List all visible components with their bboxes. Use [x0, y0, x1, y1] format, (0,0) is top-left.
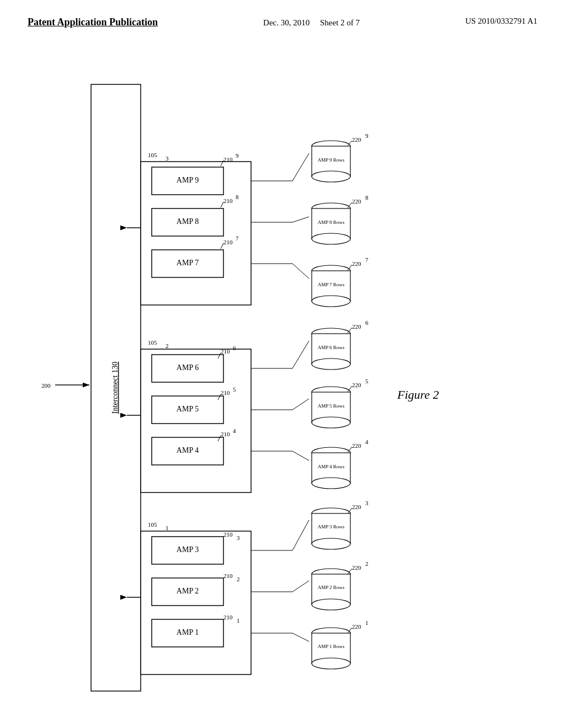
- cyl6-label: AMP 6 Rows: [318, 345, 345, 350]
- sheet-label: Sheet 2 of 7: [320, 18, 360, 27]
- cyl7-bottom: [312, 296, 350, 307]
- amp2-label: AMP 2: [177, 587, 199, 595]
- patent-number: US 2010/0332791 A1: [465, 17, 537, 26]
- figure-label: Figure 2: [397, 388, 439, 402]
- main-label: 200: [41, 382, 51, 389]
- amp3-id: 210: [223, 531, 233, 538]
- amp1-id: 210: [223, 614, 233, 620]
- cyl8-id: 220: [352, 198, 361, 205]
- amp2-id-sub: 2: [237, 576, 240, 582]
- group3-bracket-sub: 3: [166, 155, 169, 162]
- amp8-id-sub: 8: [236, 194, 239, 200]
- amp6-id-sub: 6: [233, 345, 236, 351]
- cyl4-bottom: [312, 478, 350, 489]
- group3-bracket-label: 105: [148, 152, 157, 158]
- amp3-line2: [292, 520, 309, 550]
- cyl4-label: AMP 4 Rows: [318, 464, 345, 469]
- amp5-id-sub: 5: [233, 386, 236, 393]
- cyl6-bottom: [312, 358, 350, 370]
- amp4-line2: [292, 451, 309, 461]
- cyl1-label: AMP 1 Rows: [318, 644, 345, 649]
- amp3-label: AMP 3: [177, 545, 199, 554]
- amp9-label: AMP 9: [177, 176, 199, 184]
- cyl9-id: 220: [352, 136, 361, 143]
- amp2-line2: [292, 581, 309, 592]
- cyl9-bottom: [312, 171, 350, 182]
- cyl3-id-sub: 3: [365, 500, 369, 506]
- cyl9-label: AMP 9 Rows: [318, 157, 345, 163]
- cyl8-bottom: [312, 233, 350, 244]
- cyl3-id: 220: [352, 504, 361, 510]
- diagram-svg: Interconnect 130 200 105 1 AMP 3 210 3 A…: [0, 40, 565, 719]
- amp4-label: AMP 4: [177, 446, 199, 454]
- amp8-line2: [292, 217, 309, 222]
- cyl2-bottom: [312, 599, 350, 610]
- amp8-label: AMP 8: [177, 217, 199, 226]
- cyl7-id: 220: [352, 260, 361, 267]
- page-header: Patent Application Publication Dec. 30, …: [0, 0, 565, 35]
- cyl3-bottom: [312, 538, 350, 549]
- cyl2-label: AMP 2 Rows: [318, 585, 345, 590]
- amp5-line2: [292, 399, 309, 410]
- cyl7-id-sub: 7: [365, 256, 369, 263]
- amp9-line2: [292, 153, 309, 181]
- amp2-id: 210: [223, 572, 233, 579]
- cyl1-id: 220: [352, 623, 361, 630]
- amp9-id: 210: [223, 156, 233, 163]
- cyl1-id-sub: 1: [365, 619, 369, 626]
- cyl5-label: AMP 5 Rows: [318, 403, 345, 409]
- amp4-id: 210: [221, 431, 230, 437]
- publication-label: Patent Application Publication: [28, 17, 158, 28]
- cyl4-id: 220: [352, 442, 361, 449]
- cyl8-label: AMP 8 Rows: [318, 220, 345, 225]
- group1-bracket-sub: 1: [166, 524, 169, 531]
- cyl3-label: AMP 3 Rows: [318, 524, 345, 529]
- cyl5-id-sub: 5: [365, 378, 369, 384]
- date-sheet-info: Dec. 30, 2010 Sheet 2 of 7: [263, 17, 360, 29]
- diagram-area: Interconnect 130 200 105 1 AMP 3 210 3 A…: [0, 40, 565, 719]
- cyl7-label: AMP 7 Rows: [318, 282, 345, 287]
- cyl2-id-sub: 2: [365, 560, 369, 567]
- amp8-id: 210: [223, 197, 233, 204]
- cyl1-bottom: [312, 658, 350, 669]
- amp4-id-sub: 4: [233, 427, 236, 434]
- cyl8-id-sub: 8: [365, 194, 369, 201]
- amp7-line2: [292, 264, 309, 279]
- amp6-line2: [292, 341, 309, 368]
- cyl5-id: 220: [352, 382, 361, 388]
- amp7-id: 210: [223, 239, 233, 245]
- amp1-id-sub: 1: [237, 617, 240, 624]
- date-label: Dec. 30, 2010: [263, 18, 310, 27]
- amp5-id: 210: [221, 389, 230, 396]
- interconnect-label: Interconnect 130: [111, 361, 119, 413]
- group1-bracket-label: 105: [148, 521, 157, 528]
- amp3-id-sub: 3: [237, 534, 240, 541]
- cyl6-id: 220: [352, 323, 361, 330]
- amp1-label: AMP 1: [177, 628, 199, 636]
- group2-bracket-sub: 2: [166, 342, 169, 349]
- cyl4-id-sub: 4: [365, 438, 369, 445]
- group2-bracket-label: 105: [148, 339, 157, 346]
- amp1-line2: [292, 633, 309, 641]
- cyl6-id-sub: 6: [365, 319, 369, 326]
- cyl5-bottom: [312, 417, 350, 428]
- amp6-id: 210: [221, 348, 230, 355]
- amp7-label: AMP 7: [177, 259, 199, 267]
- amp6-label: AMP 6: [177, 363, 199, 372]
- cyl2-id: 220: [352, 564, 361, 571]
- amp7-id-sub: 7: [236, 235, 239, 242]
- cyl9-id-sub: 9: [365, 132, 369, 139]
- amp5-label: AMP 5: [177, 405, 199, 413]
- amp9-id-sub: 9: [236, 152, 239, 159]
